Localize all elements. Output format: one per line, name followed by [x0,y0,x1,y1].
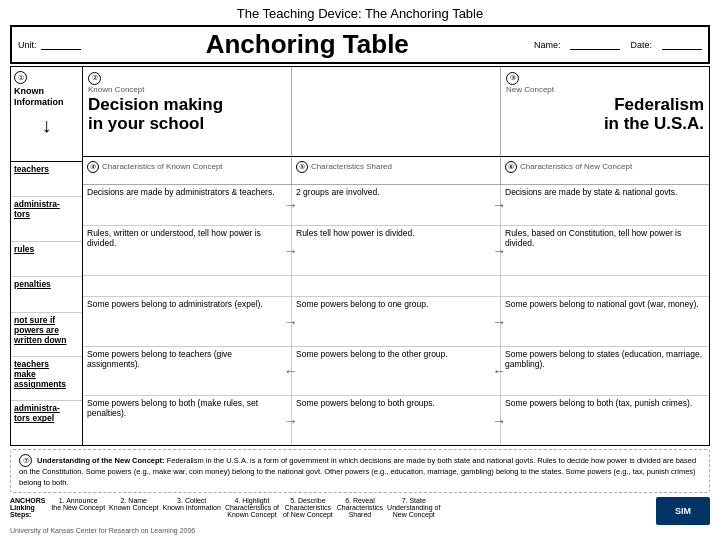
understanding-section: ⑦ Understanding of the New Concept: Fede… [10,449,710,493]
char-known-label: Characteristics of Known Concept [102,162,223,171]
anchor-steps: 1. Announcethe New Concept 2. NameKnown … [51,497,650,518]
step-1: 1. Announcethe New Concept [51,497,105,511]
data-cell-1-new: Decisions are made by state & national g… [501,185,709,225]
new-concept-label: New Concept [506,85,704,94]
sidebar-not-sure: not sure ifpowers arewritten down [11,313,82,357]
data-cell-6-shared: Some powers belong to both groups. [292,396,501,445]
unit-label: Unit: [18,40,37,50]
data-cell-4-known: Some powers belong to administrators (ex… [83,297,292,346]
step-3: 3. CollectKnown Information [163,497,221,511]
data-row-3 [83,276,709,297]
char-shared-header: ⑤ Characteristics Shared [292,157,501,184]
arrow-right-1: → [284,197,298,213]
data-cell-4-shared: Some powers belong to one group. [292,297,501,346]
data-row-1: Decisions are made by administrators & t… [83,185,709,226]
new-concept-col: ③ New Concept Federalism in the U.S.A. [501,67,709,156]
data-cell-1-known: Decisions are made by administrators & t… [83,185,292,225]
step-5: 5. DescribeCharacteristicsof New Concept [283,497,333,518]
page-title: The Teaching Device: The Anchoring Table [10,6,710,21]
step-6: 6. RevealCharacteristicsShared [337,497,383,518]
sidebar-penalties: penalties [11,277,82,312]
date-label: Date: [630,40,652,50]
data-cell-3-known [83,276,292,296]
data-cell-5-shared: Some powers belong to the other group. [292,347,501,396]
data-row-5: Some powers belong to teachers (give ass… [83,347,709,397]
char-new-label: Characteristics of New Concept [520,162,632,171]
down-arrow: ↓ [42,114,52,137]
arrow-right-6b: → [492,413,506,429]
data-cell-6-new: Some powers belong to both (tax, punish … [501,396,709,445]
arrow-right-4b: → [492,314,506,330]
circle-4: ④ [87,161,99,173]
step-2: 2. NameKnown Concept [109,497,158,511]
footer: ANCHORSLinkingSteps: 1. Announcethe New … [10,497,710,525]
sidebar-rules: rules [11,242,82,277]
data-row-6: Some powers belong to both (make rules, … [83,396,709,445]
data-cell-1-shared: 2 groups are involved. [292,185,501,225]
sidebar-teachers: teachers [11,162,82,197]
anchoring-table-title: Anchoring Table [206,29,409,59]
circle-7: ⑦ [19,454,32,467]
char-new-header: ⑥ Characteristics of New Concept [501,157,709,184]
sidebar-administrators: administra-tors [11,197,82,241]
sidebar-rows: teachers administra-tors rules penalties… [11,162,82,445]
data-cell-5-new: Some powers belong to states (education,… [501,347,709,396]
footer-right: SIM [656,497,710,525]
sidebar-administrators-expel: administra-tors expel [11,401,82,444]
known-info-section: ① KnownInformation ↓ [11,67,82,162]
arrow-left-5b: ← [492,363,506,379]
sidebar-teachers-assign: teachersmakeassignments [11,357,82,401]
step-7: 7. StateUnderstanding ofNew Concept [387,497,440,518]
circle-5: ⑤ [296,161,308,173]
circle-3: ③ [506,72,519,85]
new-concept-title: Federalism in the U.S.A. [506,95,704,134]
data-cell-3-new [501,276,709,296]
arrow-right-1b: → [492,197,506,213]
arrow-left-5: ← [284,363,298,379]
shared-concept-col-top [292,67,501,156]
known-concept-title: Decision making in your school [88,95,286,134]
arrow-right-4: → [284,314,298,330]
anchors-label: ANCHORSLinkingSteps: [10,497,45,518]
logo-box: SIM [656,497,710,525]
step-4: 4. HighlightCharacteristics ofKnown Conc… [225,497,279,518]
char-shared-label: Characteristics Shared [311,162,392,171]
circle-1: ① [14,71,27,84]
arrow-right-6: → [284,413,298,429]
known-concept-col: ② Known Concept Decision making in your … [83,67,292,156]
circle-2: ② [88,72,101,85]
known-info-label: KnownInformation [14,86,64,108]
data-cell-2-shared: Rules tell how power is divided. [292,226,501,275]
data-row-2: Rules, written or understood, tell how p… [83,226,709,276]
arrow-right-2b: → [492,243,506,259]
known-concept-label: Known Concept [88,85,286,94]
char-known-header: ④ Characteristics of Known Concept [83,157,292,184]
data-cell-6-known: Some powers belong to both (make rules, … [83,396,292,445]
page: The Teaching Device: The Anchoring Table… [0,0,720,540]
university-text: University of Kansas Center for Research… [10,527,710,534]
arrow-right-2: → [284,243,298,259]
name-label: Name: [534,40,561,50]
understanding-prefix: Understanding of the New Concept: [37,456,165,465]
data-cell-4-new: Some powers belong to national govt (war… [501,297,709,346]
data-row-4: Some powers belong to administrators (ex… [83,297,709,347]
data-cell-5-known: Some powers belong to teachers (give ass… [83,347,292,396]
data-cell-2-known: Rules, written or understood, tell how p… [83,226,292,275]
data-cell-2-new: Rules, based on Constitution, tell how p… [501,226,709,275]
circle-6: ⑥ [505,161,517,173]
data-cell-3-shared [292,276,501,296]
